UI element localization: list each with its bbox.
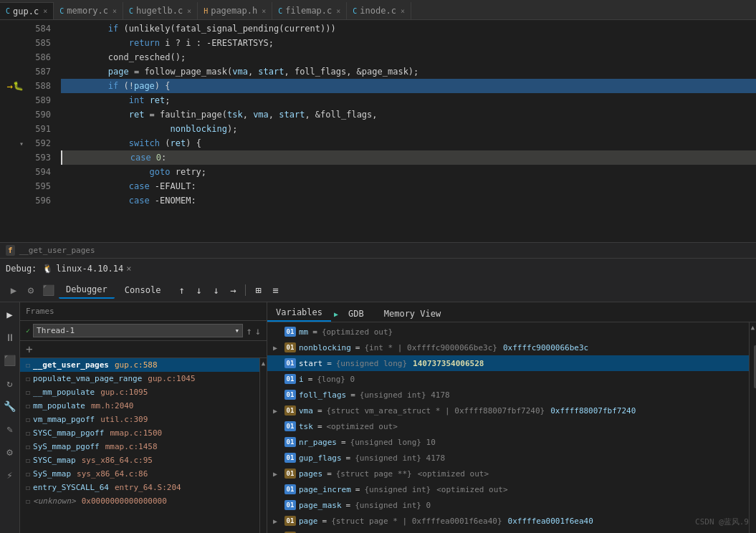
debug-session-close[interactable]: × <box>126 264 131 274</box>
list-view-btn[interactable]: ≡ <box>267 282 283 298</box>
var-val2-start: 140737354006528 <box>413 359 484 368</box>
debug-arrow-icon: → <box>7 80 13 92</box>
var-name-page: page <box>299 517 318 526</box>
var-expand-nonblocking[interactable]: ▶ <box>273 344 282 352</box>
tab-close-gup[interactable]: × <box>43 7 47 15</box>
tab-pagemap-h[interactable]: H pagemap.h × <box>198 2 272 19</box>
var-val2-page: 0xffffea0001f6ea40 <box>508 517 593 526</box>
debug-run-btn[interactable]: ⚡ <box>2 467 18 483</box>
var-val-page-mask: {unsigned int} 0 <box>355 501 431 510</box>
var-expand-pages[interactable]: ▶ <box>273 470 282 478</box>
frame-item-1[interactable]: ☐ populate_vma_page_range gup.c:1045 <box>20 372 259 385</box>
debug-title: Debug: <box>6 264 37 274</box>
var-expand-vma[interactable]: ▶ <box>273 407 282 415</box>
frame-item-10[interactable]: ☐ <unknown> 0x0000000000000000 <box>20 494 259 508</box>
debug-stop-btn[interactable]: ⬛ <box>2 352 18 368</box>
debug-tool-btn[interactable]: 🔧 <box>2 398 18 414</box>
frame-item-2[interactable]: ☐ __mm_populate gup.c:1095 <box>20 385 259 399</box>
tab-memory-c[interactable]: C memory.c × <box>54 2 123 19</box>
step-into-btn[interactable]: ↓ <box>191 282 206 298</box>
console-btn[interactable]: ⬛ <box>40 282 56 298</box>
thread-nav-up[interactable]: ↑ <box>246 325 252 337</box>
frame-view-btn[interactable]: ⊞ <box>250 282 266 298</box>
var-name-nonblocking: nonblocking <box>299 343 351 352</box>
var-val2-pages: <optimized out> <box>418 469 489 479</box>
tab-close-hugetlb[interactable]: × <box>187 7 191 15</box>
tab-close-pagemap[interactable]: × <box>262 7 266 15</box>
tab-variables[interactable]: Variables <box>267 304 331 322</box>
var-eq-pages: = <box>327 469 332 479</box>
frame-item-7[interactable]: ☐ SYSC_mmap sys_x86_64.c:95 <box>20 453 259 467</box>
tab-close-inode[interactable]: × <box>401 7 405 15</box>
thread-nav-down[interactable]: ↓ <box>255 325 261 337</box>
tab-debugger[interactable]: Debugger <box>59 282 115 299</box>
var-item-start: 01 start = {unsigned long} 1407373540065… <box>267 355 749 371</box>
var-val-i: {long} 0 <box>317 375 355 384</box>
var-item-nr-pages: 01 nr_pages = {unsigned long} 10 <box>267 434 749 450</box>
frame-item-6[interactable]: ☐ SyS_mmap_pgoff mmap.c:1458 <box>20 440 259 453</box>
tab-label-hugetlb: hugetlb.c <box>136 6 183 16</box>
frame-item-4[interactable]: ☐ vm_mmap_pgoff util.c:309 <box>20 413 259 426</box>
var-expand-page[interactable]: ▶ <box>273 517 282 525</box>
debug-main: ▶ ⏸ ⬛ ↻ 🔧 ✎ ⚙ ⚡ Frames ✓ Thread-1 ▾ ↑ ↓ … <box>0 302 756 533</box>
frame-item-9[interactable]: ☐ entry_SYSCALL_64 entry_64.S:204 <box>20 481 259 494</box>
var-item-gup-flags: 01 gup_flags = {unsigned int} 4178 <box>267 450 749 466</box>
var-eq-page-mask: = <box>346 501 351 510</box>
tab-close-memory[interactable]: × <box>113 7 117 15</box>
frame-item-8[interactable]: ☐ SyS_mmap sys_x86_64.c:86 <box>20 467 259 481</box>
debug-play-btn[interactable]: ▶ <box>2 307 18 322</box>
var-val-start: {unsigned long} <box>336 359 407 368</box>
var-val2-page-increm: <optimized out> <box>436 485 507 494</box>
frames-add-bar: + <box>20 341 267 358</box>
gdb-icon: ▶ <box>334 310 338 318</box>
frame-icon-0: ☐ <box>26 361 30 369</box>
ln-588: 588 <box>25 79 55 93</box>
tab-memory-view[interactable]: Memory View <box>375 306 449 322</box>
debug-restart-btn[interactable]: ↻ <box>2 375 18 391</box>
frame-name-4: vm_mmap_pgoff <box>33 415 95 424</box>
step-out-btn[interactable]: ↓ <box>208 282 224 298</box>
add-frame-btn[interactable]: + <box>26 342 33 356</box>
tab-gup-c[interactable]: C gup.c × <box>0 2 54 19</box>
debug-header: Debug: 🐧 linux-4.10.14 × <box>0 258 756 278</box>
tab-icon-memory: C <box>59 7 64 15</box>
frame-item-5[interactable]: ☐ SYSC_mmap_pgoff mmap.c:1500 <box>20 426 259 440</box>
debug-settings-btn2[interactable]: ⚙ <box>2 444 18 460</box>
frame-name-7: SYSC_mmap <box>33 456 76 465</box>
tab-hugetlb-c[interactable]: C hugetlb.c × <box>123 2 198 19</box>
tab-close-filemap[interactable]: × <box>336 7 340 15</box>
ln-589: 589 <box>25 93 55 107</box>
gutter-594 <box>0 165 25 179</box>
debug-pause-btn[interactable]: ⏸ <box>2 330 18 345</box>
breakpoint-icon[interactable]: 🐛 <box>13 81 24 91</box>
tab-console[interactable]: Console <box>118 282 168 298</box>
function-name: __get_user_pages <box>19 246 95 255</box>
frame-name-9: entry_SYSCALL_64 <box>33 483 109 492</box>
resume-btn[interactable]: ▶ <box>6 282 21 298</box>
var-val-nonblocking: {int * | 0xffffc9000066be3c} <box>364 343 497 352</box>
var-eq-tsk: = <box>317 422 322 431</box>
code-status-bar: f __get_user_pages <box>0 242 756 258</box>
dropdown-arrow-icon: ▾ <box>235 326 240 335</box>
gutter-586 <box>0 50 25 64</box>
tab-gdb[interactable]: GDB <box>340 306 373 322</box>
code-line-595: case -EFAULT: <box>61 179 756 193</box>
tab-filemap-c[interactable]: C filemap.c × <box>272 2 347 19</box>
tab-inode-c[interactable]: C inode.c × <box>347 2 411 19</box>
var-val-nr-pages: {unsigned long} 10 <box>350 438 436 447</box>
tab-icon-inode: C <box>353 7 357 15</box>
step-back-btn[interactable]: → <box>225 282 241 298</box>
debug-edit-btn[interactable]: ✎ <box>2 421 18 437</box>
step-over-btn[interactable]: ↑ <box>173 282 189 298</box>
var-scroll-up-btn[interactable]: ▲ <box>751 322 755 331</box>
frame-icon-7: ☐ <box>26 456 30 464</box>
settings-btn[interactable]: ⚙ <box>23 282 39 298</box>
frame-loc-3: mm.h:2040 <box>91 401 134 410</box>
gutter-587 <box>0 64 25 79</box>
line-numbers: 584 585 586 587 588 589 590 591 592 593 … <box>25 20 61 242</box>
frame-item-0[interactable]: ☐ __get_user_pages gup.c:588 <box>20 358 259 372</box>
frames-scroll-up-btn[interactable]: ▲ <box>262 360 265 367</box>
frame-item-3[interactable]: ☐ mm_populate mm.h:2040 <box>20 399 259 413</box>
fold-icon-592[interactable]: ▾ <box>19 140 24 148</box>
thread-dropdown[interactable]: Thread-1 ▾ <box>33 324 243 337</box>
